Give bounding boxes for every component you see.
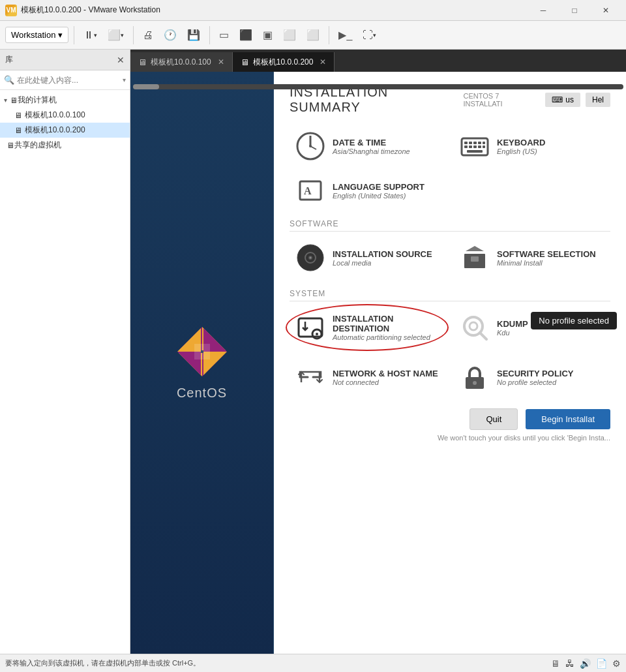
window-controls: ─ □ ✕ — [528, 0, 621, 21]
sidebar-header: 库 ✕ — [0, 50, 130, 70]
begin-install-button[interactable]: Begin Installat — [526, 409, 610, 429]
sidebar-search-bar[interactable]: 🔍 ▾ — [0, 70, 130, 90]
kdump-title: KDUMP — [497, 319, 528, 329]
toolbar-btn-6[interactable]: ▭ — [215, 25, 233, 46]
sidebar-item-vm-200[interactable]: 🖥 模板机10.0.0.200 — [0, 123, 130, 138]
tab-bar: 🖥 模板机10.0.0.100 ✕ 🖥 模板机10.0.0.200 ✕ — [130, 50, 626, 72]
fullscreen-button[interactable]: ⛶ ▾ — [359, 25, 380, 46]
status-icons: 🖥 🖧 🔊 📄 ⚙ — [551, 658, 621, 669]
tab-vm-100[interactable]: 🖥 模板机10.0.0.100 ✕ — [130, 52, 233, 72]
kdump-item[interactable]: KDUMP Kdu No profile selected — [454, 307, 610, 348]
workstation-label: Workstation — [11, 30, 55, 40]
svg-rect-19 — [464, 145, 468, 148]
scrollbar-track[interactable] — [133, 84, 623, 89]
tab-vm-200[interactable]: 🖥 模板机10.0.0.200 ✕ — [233, 52, 335, 72]
pause-button[interactable]: ⏸ ▾ — [80, 25, 101, 46]
svg-rect-34 — [299, 318, 322, 337]
install-source-text: INSTALLATION SOURCE Local media — [333, 249, 432, 267]
toolbar-btn-10[interactable]: ⬜ — [303, 25, 323, 46]
keyboard-text: KEYBOARD English (US) — [497, 138, 545, 155]
quit-button[interactable]: Quit — [470, 408, 518, 430]
installer-top-right: CENTOS 7 INSTALLATI ⌨ us Hel — [464, 92, 611, 108]
toolbar: Workstation ▾ ⏸ ▾ ⬜▾ 🖨 🕐 💾 ▭ ⬛ ▣ ⬜ ⬜ ▶_ … — [0, 21, 626, 50]
toolbar-btn-4[interactable]: 🕐 — [160, 25, 181, 46]
language-select-button[interactable]: ⌨ us — [545, 93, 580, 107]
centos-installer[interactable]: CentOS INSTALLATION SUMMARY CENTOS 7 INS… — [130, 72, 626, 654]
maximize-button[interactable]: □ — [559, 0, 589, 21]
sidebar-close-button[interactable]: ✕ — [117, 55, 125, 65]
kdump-icon — [459, 312, 490, 343]
centos-main-panel[interactable]: INSTALLATION SUMMARY CENTOS 7 INSTALLATI… — [274, 72, 626, 654]
centos-left-panel: CentOS — [130, 72, 274, 654]
sidebar-item-shared-vms[interactable]: 🖥 共享的虚拟机 — [0, 138, 130, 153]
search-input[interactable] — [17, 76, 120, 85]
security-item[interactable]: SECURITY POLICY No profile selected — [454, 356, 610, 398]
toolbar-btn-3[interactable]: 🖨 — [139, 25, 157, 46]
minimize-button[interactable]: ─ — [528, 0, 558, 21]
package-icon — [459, 242, 490, 273]
centos-version-label: CENTOS 7 INSTALLATI — [464, 92, 541, 108]
install-source-title: INSTALLATION SOURCE — [333, 249, 432, 259]
scrollbar-thumb[interactable] — [133, 84, 159, 89]
sidebar-item-my-computer[interactable]: ▾ 🖥 我的计算机 — [0, 93, 130, 108]
svg-rect-24 — [467, 150, 483, 153]
system-section: INSTALLATION DESTINATION Automatic parti… — [290, 307, 610, 398]
search-dropdown-icon[interactable]: ▾ — [123, 76, 126, 84]
tooltip-text: No profile selected — [539, 316, 609, 326]
svg-rect-33 — [471, 256, 479, 262]
shared-icon: 🖥 — [7, 141, 14, 150]
tab-icon-200: 🖥 — [241, 57, 249, 67]
svg-marker-32 — [466, 246, 484, 251]
status-icon-4[interactable]: 📄 — [596, 658, 607, 669]
status-text: 要将输入定向到该虚拟机，请在虚拟机内部单击或按 Ctrl+G。 — [5, 658, 200, 668]
software-selection-text: SOFTWARE SELECTION Minimal Install — [497, 249, 596, 267]
status-icon-5[interactable]: ⚙ — [612, 658, 621, 669]
workstation-menu-button[interactable]: Workstation ▾ — [5, 27, 68, 43]
terminal-button[interactable]: ▶_ — [335, 25, 356, 46]
language-item[interactable]: A LANGUAGE SUPPORT English (United State… — [290, 170, 610, 211]
install-dest-item[interactable]: INSTALLATION DESTINATION Automatic parti… — [290, 307, 446, 348]
software-selection-item[interactable]: SOFTWARE SELECTION Minimal Install — [454, 237, 610, 279]
svg-text:A: A — [304, 185, 312, 196]
status-icon-3[interactable]: 🔊 — [580, 658, 591, 669]
sidebar-item-vm-100[interactable]: 🖥 模板机10.0.0.100 — [0, 108, 130, 123]
install-source-item[interactable]: INSTALLATION SOURCE Local media — [290, 237, 446, 279]
network-item[interactable]: NETWORK & HOST NAME Not connected — [290, 356, 446, 398]
statusbar: 要将输入定向到该虚拟机，请在虚拟机内部单击或按 Ctrl+G。 🖥 🖧 🔊 📄 … — [0, 654, 626, 672]
help-button[interactable]: Hel — [586, 93, 610, 107]
keyboard-title: KEYBOARD — [497, 138, 545, 147]
toolbar-icon-8: ▣ — [263, 29, 273, 41]
kdump-text: KDUMP Kdu — [497, 319, 528, 337]
keyboard-item[interactable]: KEYBOARD English (US) — [454, 125, 610, 167]
content-area: 🖥 模板机10.0.0.100 ✕ 🖥 模板机10.0.0.200 ✕ — [130, 50, 626, 654]
search-icon: 🔍 — [4, 75, 14, 85]
lang-icon: A — [295, 175, 326, 206]
tab-close-200[interactable]: ✕ — [320, 57, 326, 67]
toolbar-btn-2[interactable]: ⬜▾ — [104, 25, 128, 46]
expand-icon: ▾ — [4, 97, 7, 104]
security-subtitle: No profile selected — [497, 378, 574, 386]
fullscreen-icon: ⛶ — [363, 29, 373, 41]
toolbar-icon-6: ▭ — [219, 29, 229, 41]
kdump-subtitle: Kdu — [497, 329, 528, 337]
toolbar-btn-8[interactable]: ▣ — [259, 25, 276, 46]
app-icon: VM — [5, 5, 17, 16]
install-dest-title: INSTALLATION DESTINATION — [333, 314, 441, 333]
status-icon-2[interactable]: 🖧 — [565, 658, 574, 669]
toolbar-btn-5[interactable]: 💾 — [183, 25, 204, 46]
date-time-item[interactable]: DATE & TIME Asia/Shanghai timezone — [290, 125, 446, 167]
toolbar-btn-9[interactable]: ⬜ — [279, 25, 300, 46]
close-button[interactable]: ✕ — [591, 0, 621, 21]
status-icon-1[interactable]: 🖥 — [551, 658, 560, 669]
localization-section: DATE & TIME Asia/Shanghai timezone — [290, 125, 610, 167]
toolbar-btn-7[interactable]: ⬛ — [235, 25, 256, 46]
svg-rect-23 — [483, 145, 485, 148]
lang-code-label: us — [565, 95, 574, 104]
language-title: LANGUAGE SUPPORT — [333, 182, 425, 192]
toolbar-icon-4: 🕐 — [164, 29, 177, 41]
centos-brand-label: CentOS — [177, 386, 227, 401]
tab-close-100[interactable]: ✕ — [218, 57, 224, 67]
clock-icon — [295, 130, 326, 162]
svg-rect-8 — [194, 344, 210, 359]
vm-display[interactable]: CentOS INSTALLATION SUMMARY CENTOS 7 INS… — [130, 72, 626, 654]
